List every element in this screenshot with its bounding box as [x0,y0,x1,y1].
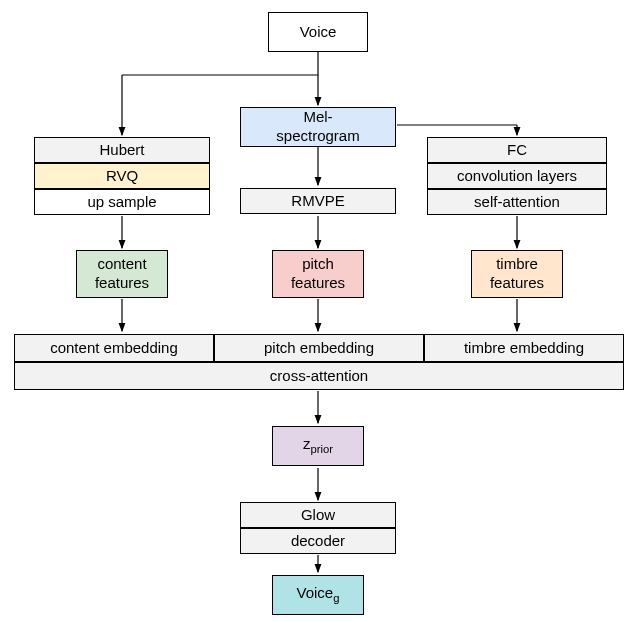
label: Voiceg [297,584,340,605]
node-rvq: RVQ [34,163,210,189]
label: self-attention [474,193,560,212]
label: timbre embedding [464,339,584,358]
label: RMVPE [291,192,344,211]
label: pitch embedding [264,339,374,358]
label: zprior [303,435,333,456]
node-hubert: Hubert [34,137,210,163]
label: Glow [301,506,335,525]
label: Voice [300,23,337,42]
node-upsample: up sample [34,189,210,215]
label: pitch features [291,255,345,293]
node-cross-attention: cross-attention [14,362,624,390]
node-pitch-embedding: pitch embedding [214,334,424,362]
node-rmvpe: RMVPE [240,188,396,214]
node-timbre-embedding: timbre embedding [424,334,624,362]
node-content-embedding: content embedding [14,334,214,362]
voiceg-base: Voice [297,584,334,601]
label: FC [507,141,527,160]
label: decoder [291,532,345,551]
node-pitch-features: pitch features [272,250,364,298]
node-voice-input: Voice [268,12,368,52]
label: convolution layers [457,167,577,186]
label: Mel- spectrogram [276,108,359,146]
node-content-features: content features [76,250,168,298]
label: timbre features [490,255,544,293]
node-timbre-features: timbre features [471,250,563,298]
node-mel-spectrogram: Mel- spectrogram [240,107,396,147]
label: RVQ [106,167,138,186]
label: Hubert [99,141,144,160]
node-conv-layers: convolution layers [427,163,607,189]
node-decoder: decoder [240,528,396,554]
node-z-prior: zprior [272,426,364,466]
label: up sample [87,193,156,212]
node-self-attention: self-attention [427,189,607,215]
label: cross-attention [270,367,368,386]
label: content embedding [50,339,178,358]
voiceg-sub: g [333,592,339,604]
z-sub: prior [310,443,333,455]
node-fc: FC [427,137,607,163]
node-voice-output: Voiceg [272,575,364,615]
node-glow: Glow [240,502,396,528]
label: content features [95,255,149,293]
diagram-canvas: Voice Hubert RVQ up sample content featu… [0,0,640,621]
